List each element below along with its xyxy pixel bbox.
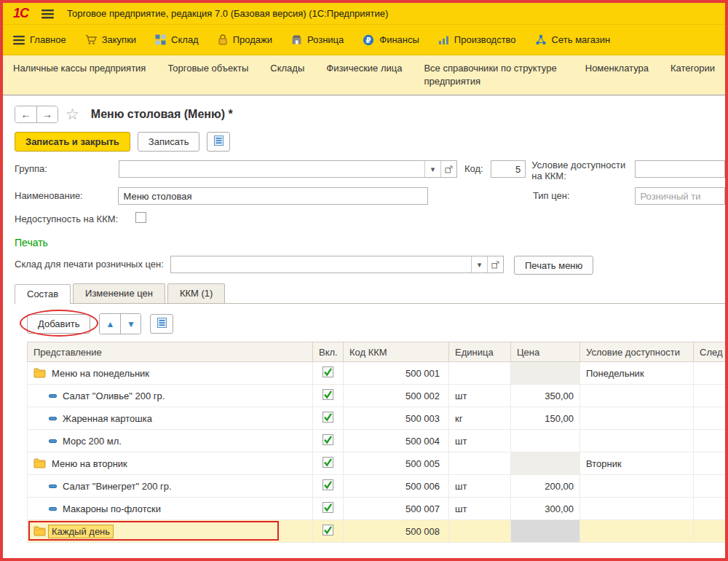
print-menu-button[interactable]: Печать меню	[514, 256, 593, 275]
cell-price[interactable]: 150,00	[511, 407, 580, 430]
cell-price[interactable]	[511, 362, 580, 385]
subnav-item-5[interactable]: Все справочники по структуре предприятия	[424, 62, 563, 88]
column-header[interactable]: Вкл.	[313, 342, 344, 362]
cell-condition[interactable]	[580, 520, 694, 543]
cell-price[interactable]: 200,00	[511, 475, 580, 498]
menu-item-3[interactable]: Склад	[155, 34, 199, 45]
warehouse-dropdown-icon[interactable]: ▾	[471, 256, 487, 272]
hamburger-menu-icon[interactable]	[41, 9, 54, 19]
group-dropdown-icon[interactable]: ▾	[424, 161, 440, 177]
back-button[interactable]: ←	[15, 106, 36, 122]
menu-item-7[interactable]: Производство	[438, 34, 516, 45]
kkm-condition-field[interactable]	[635, 160, 725, 178]
cell-unit[interactable]: кг	[449, 407, 511, 430]
cell-next[interactable]	[694, 430, 728, 452]
cell-next[interactable]	[694, 362, 728, 385]
subnav-item-6[interactable]: Номенклатура	[585, 62, 649, 75]
row-checkbox[interactable]	[313, 452, 344, 475]
table-row[interactable]: Макароны по-флотски500 007шт300,00	[28, 498, 728, 520]
table-row[interactable]: Меню на вторник500 005Вторник	[28, 452, 728, 475]
cell-name[interactable]: Салат "Винегрет" 200 гр.	[28, 475, 313, 498]
cell-unit[interactable]	[449, 520, 511, 543]
cell-next[interactable]	[694, 385, 728, 407]
cell-unit[interactable]: шт	[449, 475, 511, 498]
column-header[interactable]: Цена	[511, 342, 580, 362]
row-checkbox[interactable]	[313, 407, 344, 430]
cell-next[interactable]	[694, 452, 728, 475]
cell-condition[interactable]	[580, 430, 694, 452]
cell-price[interactable]	[511, 430, 580, 452]
menu-item-6[interactable]: ₽Финансы	[363, 34, 419, 46]
subnav-item-2[interactable]: Торговые объекты	[167, 62, 248, 75]
save-button[interactable]: Записать	[138, 132, 200, 152]
table-row[interactable]: Каждый день500 008	[28, 520, 728, 543]
table-row[interactable]: Морс 200 мл.500 004шт	[28, 430, 728, 452]
cell-condition[interactable]: Вторник	[580, 452, 694, 475]
name-field[interactable]: Меню столовая	[118, 187, 428, 205]
cell-kkm-code[interactable]: 500 007	[344, 498, 449, 520]
menu-item-5[interactable]: Розница	[291, 34, 344, 45]
cell-next[interactable]	[694, 475, 728, 498]
cell-kkm-code[interactable]: 500 008	[344, 520, 449, 543]
cell-kkm-code[interactable]: 500 003	[344, 407, 449, 430]
forward-button[interactable]: →	[36, 106, 58, 122]
column-header[interactable]: Единица	[449, 342, 511, 362]
save-and-close-button[interactable]: Записать и закрыть	[15, 132, 130, 152]
cell-condition[interactable]: Понедельник	[580, 362, 694, 385]
cell-name[interactable]: Морс 200 мл.	[28, 430, 313, 452]
add-button[interactable]: Добавить	[27, 314, 90, 334]
row-checkbox[interactable]	[313, 520, 344, 543]
cell-kkm-code[interactable]: 500 002	[344, 385, 449, 407]
group-open-icon[interactable]	[440, 161, 456, 177]
cell-condition[interactable]	[580, 475, 694, 498]
move-down-button[interactable]: ▼	[120, 314, 141, 334]
cell-kkm-code[interactable]: 500 005	[344, 452, 449, 475]
cell-condition[interactable]	[580, 407, 694, 430]
cell-name[interactable]: Жаренная картошка	[28, 407, 313, 430]
cell-unit[interactable]	[449, 362, 511, 385]
cell-next[interactable]	[694, 407, 728, 430]
cell-kkm-code[interactable]: 500 001	[344, 362, 449, 385]
cell-name[interactable]: Меню на вторник	[28, 452, 313, 475]
warehouse-field[interactable]: ▾	[170, 256, 504, 273]
cell-next[interactable]	[694, 498, 728, 520]
cell-unit[interactable]: шт	[449, 430, 511, 452]
group-field[interactable]: ▾	[119, 160, 457, 178]
subnav-item-4[interactable]: Физические лица	[326, 62, 402, 75]
cell-condition[interactable]	[580, 498, 694, 520]
cell-name[interactable]: Макароны по-флотски	[28, 498, 313, 520]
column-header[interactable]: Условие доступности	[580, 342, 694, 362]
price-type-field[interactable]: Розничный ти	[635, 187, 725, 205]
cell-price[interactable]	[511, 452, 580, 475]
print-section-title[interactable]: Печать	[15, 237, 725, 248]
cell-name[interactable]: Салат "Оливье" 200 гр.	[28, 385, 313, 407]
warehouse-open-icon[interactable]	[487, 256, 503, 272]
subnav-item-7[interactable]: Категории	[670, 62, 715, 75]
cell-condition[interactable]	[580, 385, 694, 407]
cell-unit[interactable]: шт	[449, 498, 511, 520]
cell-price[interactable]: 350,00	[511, 385, 580, 407]
reports-button[interactable]	[207, 132, 230, 152]
tab-1[interactable]: Состав	[15, 284, 71, 304]
column-header[interactable]: След	[694, 342, 728, 362]
cell-price[interactable]: 300,00	[511, 498, 580, 520]
cell-next[interactable]	[694, 520, 728, 543]
column-header[interactable]: Код ККМ	[344, 342, 449, 362]
cell-unit[interactable]	[449, 452, 511, 475]
unavailable-kkm-checkbox[interactable]	[135, 212, 146, 223]
menu-item-1[interactable]: Главное	[13, 34, 66, 45]
row-checkbox[interactable]	[313, 498, 344, 520]
code-field[interactable]: 5	[491, 160, 526, 178]
subnav-item-1[interactable]: Наличные кассы предприятия	[13, 62, 146, 75]
cell-name[interactable]: Меню на понедельник	[28, 362, 313, 385]
subnav-item-3[interactable]: Склады	[270, 62, 304, 75]
cell-kkm-code[interactable]: 500 004	[344, 430, 449, 452]
list-settings-button[interactable]	[150, 314, 173, 334]
menu-item-4[interactable]: Продажи	[218, 34, 272, 45]
column-header[interactable]: Представление	[28, 342, 313, 362]
move-up-button[interactable]: ▲	[100, 314, 120, 334]
row-checkbox[interactable]	[313, 362, 344, 385]
table-row[interactable]: Жаренная картошка500 003кг150,00	[28, 407, 728, 430]
cell-price[interactable]	[511, 520, 580, 543]
favorite-star-icon[interactable]: ☆	[66, 107, 79, 122]
